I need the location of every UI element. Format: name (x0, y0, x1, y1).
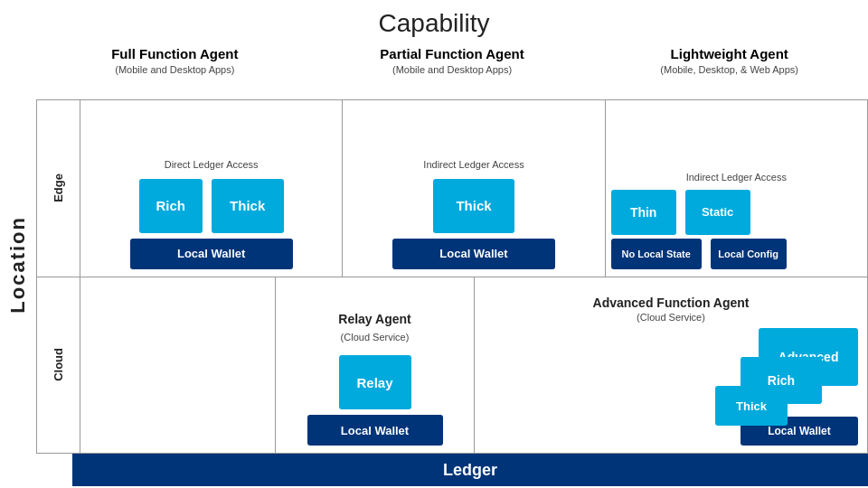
box-thin-edge: Thin (611, 190, 676, 235)
col-header-full: Full Function Agent (Mobile and Desktop … (36, 43, 314, 99)
ledger-label: Ledger (443, 461, 497, 480)
relay-title: Relay Agent (281, 312, 468, 326)
relay-subtitle: (Cloud Service) (281, 332, 468, 343)
box-static-edge: Static (685, 190, 750, 235)
box-no-local-state: No Local State (611, 239, 702, 269)
box-adv-thick: Thick (715, 386, 788, 426)
edge-row-label: Edge (52, 174, 65, 202)
ledger-bar: Ledger (72, 454, 868, 486)
col-header-lightweight: Lightweight Agent (Mobile, Desktop, & We… (590, 43, 868, 99)
cell-cloud-relay: Relay Agent (Cloud Service) Relay Local … (276, 277, 475, 454)
cell-edge-light: Indirect Ledger Access Thin Static No Lo… (606, 100, 867, 277)
cell-edge-full: Direct Ledger Access Rich Thick Local Wa… (80, 100, 343, 277)
box-wallet-edge-partial: Local Wallet (392, 239, 555, 269)
access-label-partial-edge: Indirect Ledger Access (348, 159, 599, 170)
cell-cloud-empty (80, 277, 276, 454)
y-axis-label: Location (6, 216, 30, 314)
box-wallet-relay: Local Wallet (307, 415, 443, 446)
cell-edge-partial: Indirect Ledger Access Thick Local Walle… (343, 100, 605, 277)
box-relay: Relay (339, 355, 411, 409)
advanced-subtitle: (Cloud Service) (484, 312, 858, 323)
col-header-partial: Partial Function Agent (Mobile and Deskt… (314, 43, 591, 99)
box-thick-edge-full: Thick (212, 179, 284, 233)
access-label-full-edge: Direct Ledger Access (86, 159, 336, 170)
advanced-title: Advanced Function Agent (484, 296, 858, 310)
box-wallet-edge-full: Local Wallet (130, 239, 293, 269)
main-title: Capability (0, 0, 868, 43)
cloud-row-label: Cloud (52, 348, 65, 381)
box-local-config: Local Config (711, 239, 787, 269)
access-label-light-edge: Indirect Ledger Access (611, 172, 862, 183)
box-thick-edge-partial: Thick (433, 179, 514, 233)
box-rich-edge-full: Rich (139, 179, 203, 233)
cell-cloud-advanced: Advanced Function Agent (Cloud Service) … (475, 277, 867, 454)
